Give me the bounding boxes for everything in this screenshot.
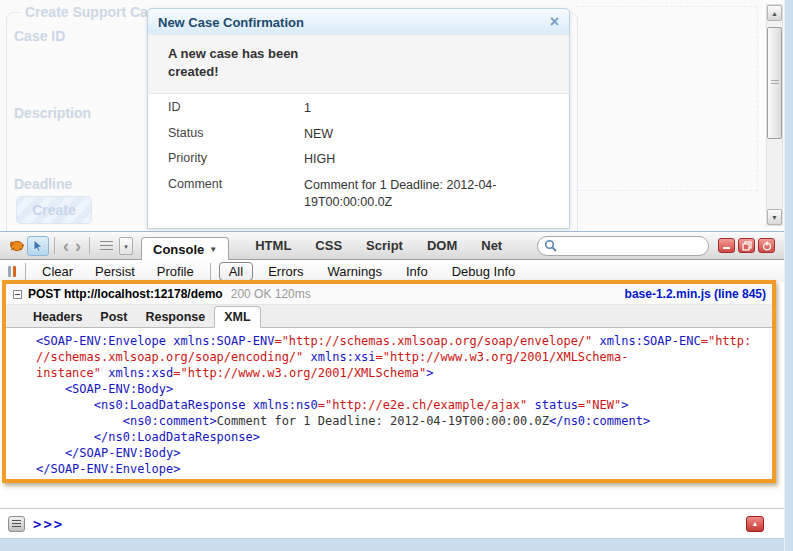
row-label: Comment [168, 177, 304, 212]
close-power-button[interactable] [758, 238, 775, 253]
dialog-row: Comment Comment for 1 Deadline: 2012-04-… [148, 173, 569, 216]
window-edge-bottom [0, 538, 784, 551]
filter-debug-info[interactable]: Debug Info [443, 263, 525, 280]
firebug-toolbar: ‹ › ▾ Console ▼ HTML CSS Script DOM Net [0, 231, 784, 260]
network-request-row[interactable]: POST http://localhost:12178/demo 200 OK … [6, 284, 772, 305]
dialog-row: Status NEW [148, 122, 569, 148]
tab-console-label: Console [153, 242, 204, 257]
case-id-label: Case ID [14, 28, 65, 44]
dialog-header[interactable]: New Case Confirmation × [147, 8, 570, 36]
expand-command-editor-icon[interactable]: ▲ [746, 516, 764, 532]
toolbar-separator [210, 263, 211, 280]
forward-icon[interactable]: › [72, 238, 84, 254]
row-value: Comment for 1 Deadline: 2012-04-19T00:00… [304, 177, 544, 212]
row-value: NEW [304, 126, 544, 144]
command-menu-icon[interactable] [8, 516, 25, 532]
window-controls [718, 238, 775, 253]
description-label: Description [14, 105, 91, 121]
scroll-down-icon[interactable]: ▼ [767, 209, 782, 225]
search-input[interactable] [537, 236, 709, 256]
collapse-expander-icon[interactable] [13, 290, 22, 299]
scrollbar-thumb[interactable] [767, 27, 782, 139]
toolbar-separator [89, 237, 90, 254]
layout-guide-bottom [576, 190, 757, 191]
search-box [537, 236, 709, 256]
minimize-button[interactable] [718, 238, 735, 253]
inspect-element-icon[interactable] [27, 236, 49, 256]
tab-headers[interactable]: Headers [24, 307, 91, 327]
annotation-highlight-box: POST http://localhost:12178/demo 200 OK … [2, 280, 776, 483]
tab-dom[interactable]: DOM [427, 238, 457, 253]
command-prompt: >>> [33, 516, 64, 532]
dialog-row: Priority HIGH [148, 147, 569, 173]
row-value: HIGH [304, 151, 544, 169]
dialog-row: ID 1 [148, 96, 569, 122]
profile-button[interactable]: Profile [146, 264, 205, 279]
tab-console[interactable]: Console ▼ [141, 237, 229, 260]
request-status: 200 OK 120ms [231, 287, 311, 301]
row-label: Status [168, 126, 304, 144]
filter-info[interactable]: Info [397, 263, 437, 280]
firebug-icon[interactable] [5, 236, 27, 256]
tab-html[interactable]: HTML [255, 238, 291, 253]
tab-css[interactable]: CSS [315, 238, 342, 253]
dialog-title: New Case Confirmation [158, 15, 550, 30]
filter-warnings[interactable]: Warnings [319, 263, 391, 280]
scroll-up-icon[interactable]: ▲ [767, 5, 782, 21]
dialog-message: A new case has been created! [148, 35, 569, 94]
row-value: 1 [304, 100, 544, 118]
request-detail-tabs: Headers Post Response XML [6, 305, 772, 328]
tab-post[interactable]: Post [91, 307, 136, 327]
panel-list-icon[interactable] [95, 236, 117, 256]
tab-net[interactable]: Net [481, 238, 502, 253]
xml-source: <SOAP-ENV:Envelope xmlns:SOAP-ENV="http:… [6, 328, 772, 477]
command-line-row: >>> ▲ [0, 508, 784, 538]
firebug-panel: ‹ › ▾ Console ▼ HTML CSS Script DOM Net [0, 231, 784, 538]
toolbar-separator [54, 237, 55, 254]
filter-errors[interactable]: Errors [259, 263, 312, 280]
filter-all[interactable]: All [219, 262, 253, 281]
deadline-label: Deadline [14, 176, 72, 192]
close-icon[interactable]: × [550, 15, 559, 29]
console-dropdown-icon[interactable]: ▼ [209, 245, 217, 254]
persist-button[interactable]: Persist [84, 264, 146, 279]
tab-script[interactable]: Script [366, 238, 403, 253]
page-scrollbar[interactable]: ▲ ▼ [766, 4, 783, 226]
layout-guide-vertical [757, 6, 758, 192]
create-button[interactable]: Create [16, 196, 92, 224]
request-method-url[interactable]: POST http://localhost:12178/demo [28, 287, 223, 301]
scrollbar-grip [771, 80, 779, 86]
command-line-input[interactable] [70, 517, 746, 531]
source-link[interactable]: base-1.2.min.js (line 845) [625, 287, 772, 301]
search-icon [544, 239, 557, 252]
row-label: Priority [168, 151, 304, 169]
tab-response[interactable]: Response [136, 307, 214, 327]
form-legend: Create Support Ca [21, 4, 152, 20]
console-filter-bar: Clear Persist Profile All Errors Warning… [0, 260, 784, 282]
row-label: ID [168, 100, 304, 118]
options-dropdown-icon[interactable]: ▾ [119, 237, 133, 255]
window-edge-right [784, 0, 793, 551]
toolbar-separator [25, 263, 26, 280]
screen: Create Support Ca Case ID Description De… [0, 0, 793, 551]
layout-guide-top [576, 6, 757, 7]
tab-xml[interactable]: XML [214, 306, 260, 328]
break-on-errors-icon[interactable] [8, 266, 16, 277]
back-icon[interactable]: ‹ [60, 238, 72, 254]
detach-window-button[interactable] [738, 238, 755, 253]
clear-button[interactable]: Clear [31, 264, 84, 279]
new-case-confirmation-dialog: New Case Confirmation × A new case has b… [147, 8, 570, 229]
